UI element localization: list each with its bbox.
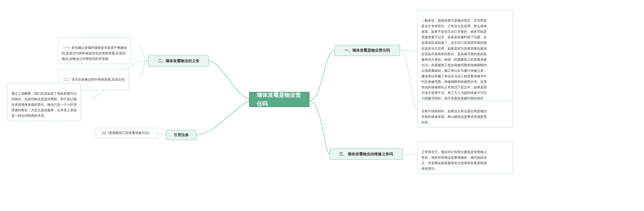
- branch-left-1-label: 二、墙体发霉物业的义务: [158, 58, 199, 64]
- branch-right-2-label: 三、 墙体发霉物业由维修义务吗: [339, 151, 393, 157]
- right-text-3: 正常情况下，物业对公有部分建筑是有维修义 务的，墙体外部物业是要维修的，墙内就由…: [418, 142, 513, 174]
- right-text-1: 一般来说，墙体发霉不是物业责任，住宅里面 是业主专有部分，只有业主在使用，那么墙…: [418, 10, 513, 104]
- left-text-label: 通过上述解释，我们应该知道了墙体发霉可以 找物业，但是找物业是提供帮助，而不是让…: [11, 92, 77, 118]
- law-ref-label: [1]《房屋建筑工程质量保修办法》: [102, 130, 151, 136]
- center-node: 墙体发霉是物业责任吗: [249, 92, 309, 107]
- connectors-svg: [0, 0, 644, 211]
- branch-left-2: 引用法条: [166, 130, 196, 140]
- left-text-block: 通过上述解释，我们应该知道了墙体发霉可以 找物业，但是找物业是提供帮助，而不是让…: [8, 83, 80, 121]
- branch-right-1-label: 一、墙体发霉是物业责任吗: [345, 47, 390, 53]
- right-text-3-label: 正常情况下，物业对公有部分建筑是有维修义 务的，墙体外部物业是要维修的，墙内就由…: [421, 150, 487, 170]
- branch-right-2: 三、 墙体发霉物业由维修义务吗: [330, 149, 403, 160]
- branch-left-1: 二、墙体发霉物业的义务: [148, 55, 209, 66]
- sub-left-1-1-label: （一）首先确认发霉的墙体是否是房产商建造 的,若是交付的时候就存在的墙体发霉,应…: [62, 46, 127, 61]
- mind-map: 墙体发霉是物业责任吗 一、墙体发霉是物业责任吗 三、 墙体发霉物业由维修义务吗 …: [0, 0, 644, 211]
- sub-left-1-1: （一）首先确认发霉的墙体是否是房产商建造 的,若是交付的时候就存在的墙体发霉,应…: [58, 37, 131, 64]
- branch-left-2-label: 引用法条: [174, 132, 189, 138]
- right-text-2: 当然不排除例外，如果业主有证据证明是物业 导致的墙体发霉，那么物业也是要承担侵权…: [418, 101, 513, 127]
- branch-right-1: 一、墙体发霉是物业责任吗: [335, 45, 400, 56]
- center-label: 墙体发霉是物业责任吗: [257, 91, 302, 108]
- law-ref: [1]《房屋建筑工程质量保修办法》: [96, 128, 158, 138]
- right-text-2-label: 当然不排除例外，如果业主有证据证明是物业 导致的墙体发霉，那么物业也是要承担侵权…: [421, 109, 487, 124]
- right-text-1-label: 一般来说，墙体发霉不是物业责任，住宅里面 是业主专有部分，只有业主在使用，那么墙…: [421, 19, 487, 100]
